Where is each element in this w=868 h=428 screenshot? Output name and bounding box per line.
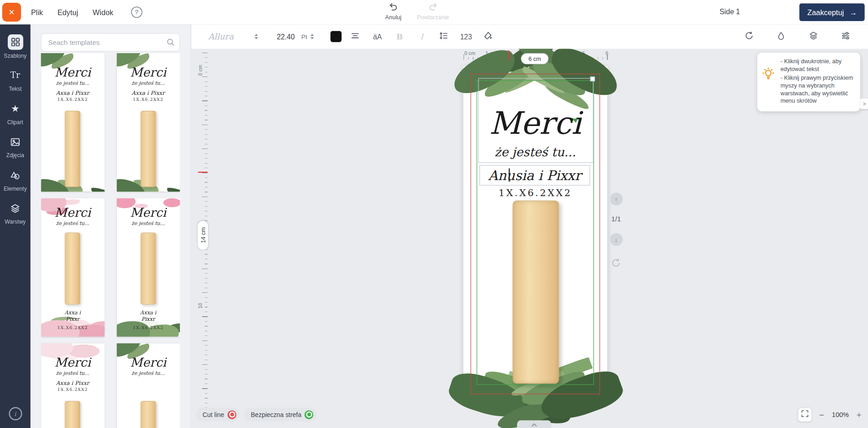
chevron-right-icon: > — [863, 101, 866, 107]
shapes-icon — [7, 167, 23, 183]
thumb-names: Axxa i Pixxr — [58, 310, 87, 322]
lightbulb-icon — [761, 67, 775, 83]
thumb-subtitle: ze jesteś tu... — [41, 80, 104, 86]
close-button[interactable]: × — [2, 3, 21, 22]
thumb-title: Merci — [116, 357, 180, 369]
layers-panel-button[interactable] — [805, 28, 821, 45]
fullscreen-button[interactable] — [798, 408, 812, 422]
stick-graphic — [141, 111, 156, 187]
ruler-label: 1 — [486, 50, 488, 56]
bottom-drawer-tab[interactable] — [517, 420, 551, 428]
ruler-cursor-marker — [198, 172, 208, 173]
vertical-ruler: 0 cm 10 14 cm — [198, 53, 208, 413]
templates-icon — [7, 34, 23, 50]
text-color-swatch[interactable] — [330, 31, 341, 42]
menu-widok[interactable]: Widok — [93, 8, 113, 16]
paint-bucket-icon — [484, 31, 493, 42]
sliders-icon — [841, 31, 850, 42]
page-up-button[interactable]: ↑ — [610, 193, 622, 206]
history-controls: Anuluj Powtarzanie — [385, 2, 449, 21]
font-size-control[interactable]: 22.40 Pt — [277, 33, 314, 41]
shadow-button[interactable] — [773, 28, 789, 45]
sidebar-label: Szablony — [4, 53, 27, 59]
design-card[interactable]: Merci ♥ że jesteś tu... Anusia i Pixxr 1… — [464, 66, 607, 401]
rotate-button[interactable] — [741, 28, 757, 45]
sidebar-item-zdjecia[interactable]: Zdjęcia — [0, 130, 30, 163]
template-thumbnail[interactable]: Merci że jesteś tu... Axxa i Pixxr 1X.X6… — [41, 343, 104, 428]
rotate-icon — [611, 260, 621, 270]
ruler-label: 0 cm — [464, 50, 475, 56]
ruler-label: 10 — [197, 303, 203, 308]
cut-line-toggle[interactable]: Cut line — [196, 407, 240, 421]
design-title[interactable]: Merci — [464, 106, 607, 140]
info-button[interactable]: i — [9, 407, 22, 420]
thumb-title: Merci — [116, 207, 180, 219]
thumb-title: Merci — [116, 66, 180, 79]
design-subtitle[interactable]: że jesteś tu... — [464, 145, 607, 159]
template-thumbnail[interactable]: Merci ze jesteś tu... Axxa i Pixxr 1X.X6… — [41, 53, 104, 192]
sidebar-label: Clipart — [7, 119, 23, 125]
thumb-subtitle: że jesteś tu... — [116, 370, 180, 376]
redo-button[interactable]: Powtarzanie — [417, 2, 449, 21]
thumb-subtitle: że jesteś tu... — [41, 220, 104, 226]
search-input[interactable] — [41, 33, 180, 52]
undo-button[interactable]: Anuluj — [385, 2, 401, 21]
template-grid: Merci ze jesteś tu... Axxa i Pixxr 1X.X6… — [41, 53, 180, 428]
safe-zone-toggle[interactable]: Bezpieczna strefa — [244, 407, 317, 421]
redo-label: Powtarzanie — [417, 14, 449, 21]
stick-graphic[interactable] — [513, 200, 559, 384]
template-thumbnail[interactable]: Merci że jesteś tu... — [116, 343, 180, 428]
sidebar-item-elementy[interactable]: Elementy — [0, 163, 30, 196]
accept-button[interactable]: Zaakceptuj → — [800, 3, 865, 21]
menu-plik[interactable]: Plik — [31, 8, 43, 16]
sidebar-label: Tekst — [9, 86, 22, 92]
star-icon: ★ — [7, 101, 23, 116]
settings-button[interactable] — [837, 28, 853, 45]
cut-line-status-icon — [228, 410, 236, 419]
canvas-area: 0 cm 1 2 4 5 6 6 cm 0 cm 10 14 cm Merci … — [191, 49, 868, 428]
topbar: × Plik Edytuj Widok ? Anuluj Powtarzanie… — [0, 0, 868, 24]
templates-panel: Merci ze jesteś tu... Axxa i Pixxr 1X.X6… — [30, 24, 191, 428]
sidebar-item-szablony[interactable]: Szablony — [0, 30, 30, 63]
sidebar-label: Elementy — [4, 186, 27, 192]
search-icon — [166, 38, 175, 49]
safe-zone-status-icon — [305, 410, 313, 419]
zoom-in-button[interactable]: + — [857, 411, 862, 419]
thumb-names: Axxa i Pixxr — [134, 310, 163, 322]
side-label: Side 1 — [720, 8, 740, 16]
text-edit-box[interactable]: Anusia i Pixxr — [480, 165, 590, 186]
sidebar-item-warstwy[interactable]: Warstwy — [0, 196, 30, 230]
height-badge: 14 cm — [197, 220, 208, 250]
template-thumbnail[interactable]: Merci że jesteś tu... Axxa i Pixxr 1X.X6… — [116, 53, 180, 192]
zoom-out-button[interactable]: − — [819, 411, 824, 419]
thumb-subtitle: że jesteś tu... — [116, 80, 180, 86]
text-tool-icon: Tr — [7, 67, 23, 83]
design-date[interactable]: 1X.X6.2XX2 — [464, 187, 607, 198]
template-thumbnail[interactable]: Merci że jesteś tu... Axxa i Pixxr 1X.X6… — [116, 198, 180, 337]
help-button[interactable]: ? — [131, 7, 142, 18]
thumb-date: 1X.X6.2XX2 — [41, 325, 104, 330]
bold-button[interactable]: B — [391, 28, 408, 45]
italic-button[interactable]: I — [414, 28, 430, 45]
thumb-names: Axxa i Pixxr — [116, 90, 180, 96]
font-family-select[interactable]: Allura — [208, 32, 258, 42]
menu-edytuj[interactable]: Edytuj — [57, 8, 78, 16]
hint-collapse-button[interactable]: > — [860, 99, 868, 109]
droplet-icon — [777, 31, 786, 42]
sidebar-item-clipart[interactable]: ★ Clipart — [0, 96, 30, 130]
arrow-up-icon: ↑ — [614, 195, 617, 203]
rotate-page-button[interactable] — [611, 258, 621, 270]
app-root: × Plik Edytuj Widok ? Anuluj Powtarzanie… — [0, 0, 868, 428]
align-center-icon — [351, 31, 360, 42]
align-button[interactable] — [347, 28, 364, 45]
fill-color-button[interactable] — [480, 28, 497, 45]
safe-zone-label: Bezpieczna strefa — [251, 411, 301, 418]
template-thumbnail[interactable]: Merci że jesteś tu... Axxa i Pixxr 1X.X6… — [41, 198, 104, 337]
numbering-button[interactable]: 123 — [458, 28, 474, 45]
hint-line: - Kliknij prawym przyciskiem myszy na wy… — [781, 74, 855, 104]
numbers-icon: 123 — [460, 33, 472, 41]
letter-case-button[interactable]: äA — [369, 28, 386, 45]
line-spacing-button[interactable] — [436, 28, 452, 45]
page-down-button[interactable]: ↓ — [610, 233, 622, 246]
sidebar-item-tekst[interactable]: Tr Tekst — [0, 63, 30, 97]
